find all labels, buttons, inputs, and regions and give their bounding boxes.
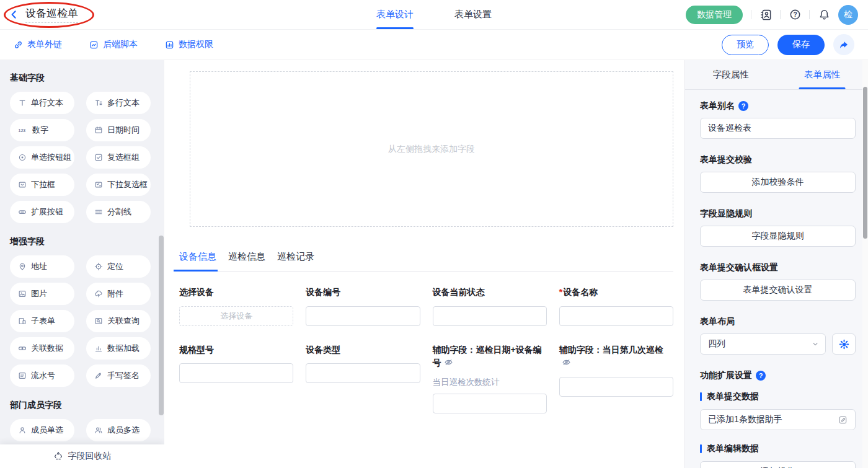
- help-badge-icon[interactable]: ?: [756, 371, 766, 381]
- save-button[interactable]: 保存: [777, 35, 825, 55]
- field-item-multi-line-text[interactable]: 多行文本: [86, 92, 151, 114]
- field-item-extend-button[interactable]: 扩展按钮: [10, 201, 74, 223]
- field-dropzone[interactable]: 从左侧拖拽来添加字段: [190, 71, 673, 227]
- layout-settings-button[interactable]: [832, 333, 856, 355]
- section-accent-bar: [700, 444, 702, 453]
- form-external-link-button[interactable]: 表单外链: [14, 39, 62, 50]
- field-item-related-query[interactable]: 关联查询: [86, 310, 151, 332]
- page-scrollbar-thumb[interactable]: [863, 87, 867, 239]
- submit-data-value: 已添加1条数据助手: [708, 414, 782, 425]
- toolbar-link-label: 表单外链: [27, 39, 62, 50]
- person-icon: [18, 426, 27, 435]
- tab-form-design[interactable]: 表单设计: [376, 0, 414, 29]
- sidebar-scrollbar-thumb[interactable]: [159, 236, 164, 415]
- data-permission-button[interactable]: 数据权限: [165, 39, 213, 50]
- device-name-input[interactable]: [559, 306, 673, 326]
- field-label: *设备名称: [559, 286, 673, 299]
- crosshair-icon: [94, 262, 103, 271]
- form-fields-grid: 选择设备 设备编号 设备当前状态 *设备名称 规格型号 设备类型: [179, 286, 673, 413]
- form-field-spec-model: 规格型号: [179, 343, 293, 413]
- field-item-signature[interactable]: 手写签名: [86, 364, 151, 387]
- page-scrollbar[interactable]: [862, 60, 868, 468]
- people-icon: [94, 426, 103, 435]
- edit-icon[interactable]: [838, 415, 848, 425]
- tab-form-settings[interactable]: 表单设置: [454, 0, 492, 29]
- field-item-subform[interactable]: 子表单: [10, 310, 74, 332]
- field-recycle-bin[interactable]: 字段回收站: [0, 444, 164, 468]
- eye-off-icon[interactable]: [562, 358, 571, 367]
- eye-off-icon[interactable]: [444, 358, 453, 367]
- spec-model-input[interactable]: [179, 363, 293, 383]
- backend-script-button[interactable]: 后端脚本: [89, 39, 138, 50]
- help-icon[interactable]: ?: [789, 9, 801, 21]
- field-item-label: 多行文本: [107, 97, 140, 108]
- add-validation-button[interactable]: 添加校验条件: [700, 172, 856, 193]
- search-in-box-icon: [94, 317, 103, 325]
- aux-1-input[interactable]: [433, 394, 547, 413]
- device-no-input[interactable]: [306, 306, 420, 326]
- preview-button[interactable]: 预览: [722, 35, 769, 55]
- script-icon: [89, 40, 99, 50]
- notification-bell-icon[interactable]: [818, 9, 830, 21]
- layout-select-value: 四列: [708, 338, 725, 350]
- share-button[interactable]: [833, 34, 854, 55]
- field-item-address[interactable]: 地址: [10, 255, 74, 278]
- back-chevron-icon[interactable]: [9, 9, 19, 20]
- field-item-datetime[interactable]: 日期时间: [86, 119, 151, 141]
- field-item-label: 附件: [107, 288, 123, 299]
- separator: [751, 10, 751, 19]
- aux-2-input[interactable]: [559, 377, 673, 397]
- tab-inspection-info[interactable]: 巡检信息: [228, 251, 265, 271]
- field-item-label: 成员单选: [31, 425, 63, 436]
- device-type-input[interactable]: [306, 363, 420, 383]
- field-item-label: 关联数据: [31, 343, 63, 354]
- field-item-location[interactable]: 定位: [86, 255, 151, 278]
- field-item-label: 单行文本: [31, 97, 63, 108]
- document-title[interactable]: 设备巡检单: [25, 6, 78, 23]
- toolbar-link-label: 数据权限: [179, 39, 213, 50]
- sidebar-scrollbar[interactable]: [159, 60, 164, 468]
- field-item-multi-dropdown[interactable]: 下拉复选框: [86, 174, 151, 196]
- field-item-attachment[interactable]: 附件: [86, 283, 151, 305]
- field-item-label: 日期时间: [107, 125, 140, 136]
- help-badge-icon[interactable]: ?: [738, 101, 748, 111]
- form-layout-row: 四列: [700, 333, 856, 355]
- section-title-member-fields: 部门成员字段: [10, 400, 164, 411]
- required-mark: *: [559, 287, 562, 297]
- layout-select[interactable]: 四列: [700, 333, 826, 355]
- field-item-radio-group[interactable]: 单选按钮组: [10, 146, 74, 169]
- field-item-image[interactable]: 图片: [10, 283, 74, 305]
- field-item-single-line-text[interactable]: 单行文本: [10, 92, 74, 114]
- field-item-member-single[interactable]: 成员单选: [10, 419, 74, 441]
- tab-form-properties[interactable]: 表单属性: [777, 60, 868, 89]
- data-manage-button[interactable]: 数据管理: [686, 6, 743, 24]
- field-item-serial-number[interactable]: 流水号: [10, 364, 74, 387]
- field-item-dropdown[interactable]: 下拉框: [10, 174, 74, 196]
- field-visibility-button[interactable]: 字段显隐规则: [700, 226, 856, 247]
- field-item-checkbox-group[interactable]: 复选框组: [86, 146, 151, 169]
- submit-data-box[interactable]: 已添加1条数据助手: [700, 409, 856, 430]
- user-avatar[interactable]: 检: [838, 5, 858, 25]
- multi-dropdown-icon: [94, 180, 103, 189]
- section-title-enhanced-fields: 增强字段: [10, 236, 164, 247]
- field-item-member-multi[interactable]: 成员多选: [86, 419, 151, 441]
- field-item-related-data[interactable]: 关联数据: [10, 337, 74, 360]
- field-item-data-load[interactable]: 数据加载: [86, 337, 151, 360]
- field-item-divider[interactable]: 分割线: [86, 201, 151, 223]
- form-alias-input[interactable]: [700, 118, 856, 139]
- device-status-input[interactable]: [433, 306, 547, 326]
- field-item-number[interactable]: 123 数字: [10, 119, 74, 141]
- field-item-label: 手写签名: [107, 370, 140, 381]
- select-device-input[interactable]: [179, 306, 293, 326]
- contacts-icon[interactable]: [760, 9, 772, 21]
- add-operation-button[interactable]: 添加操作: [700, 461, 856, 468]
- tab-field-properties[interactable]: 字段属性: [685, 60, 777, 89]
- back-group[interactable]: 设备巡检单: [9, 6, 78, 23]
- body: 基础字段 单行文本 多行文本 123 数字 日期时间: [0, 60, 868, 468]
- tab-device-info[interactable]: 设备信息: [179, 251, 216, 271]
- serial-number-icon: [18, 371, 27, 380]
- basic-fields-grid: 单行文本 多行文本 123 数字 日期时间 单选按钮组: [10, 92, 164, 223]
- tab-inspection-records[interactable]: 巡检记录: [277, 251, 314, 271]
- submit-confirm-button[interactable]: 表单提交确认设置: [700, 280, 856, 301]
- radio-icon: [18, 153, 27, 162]
